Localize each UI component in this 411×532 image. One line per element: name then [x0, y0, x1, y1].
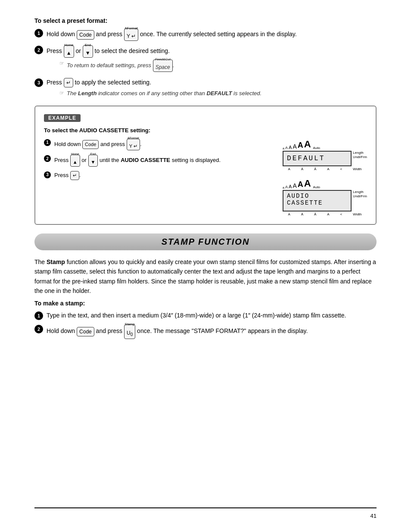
- stamp-code-key[interactable]: Code: [77, 327, 94, 336]
- fs1: a: [283, 147, 284, 150]
- preset-step-3: 3 Press ↵ to apply the selected setting.…: [34, 78, 377, 100]
- example-title: To select the AUDIO CASSETTE setting:: [44, 127, 367, 134]
- stamp-step-1-num: 1: [34, 311, 43, 320]
- note-1-text: To return to default settings, press Fee…: [67, 59, 174, 72]
- display-2-line1: AUDIO: [287, 193, 309, 199]
- aformat-super: AFormat: [125, 26, 138, 31]
- ex-code-key[interactable]: Code: [82, 140, 99, 149]
- ex-down-key[interactable]: End ▼: [88, 155, 98, 167]
- fs2-4: A: [293, 182, 296, 189]
- display-1-bottom-labels: A Ā Â A < Width: [283, 167, 367, 171]
- aformat-key-wrap: AFormat Y ↵: [124, 28, 138, 41]
- example-box: EXAMPLE To select the AUDIO CASSETTE set…: [34, 106, 377, 225]
- aformat-key[interactable]: AFormat Y ↵: [124, 28, 138, 41]
- ex-step-2-num: 2: [44, 155, 51, 162]
- note-icon: ☞: [59, 59, 64, 67]
- page-number: 41: [371, 513, 377, 519]
- auto-label-1: Auto: [313, 146, 320, 150]
- example-steps: 1 Hold down Code and press AFormat Y ↵ .…: [44, 139, 270, 216]
- fs2-1: a: [283, 186, 284, 189]
- display-screen-1: DEFAULT: [283, 151, 352, 166]
- note-2-icon: ☞: [59, 89, 64, 97]
- display-2-line2: CASSETTE: [287, 199, 323, 206]
- example-step-2: 2 Press Home ▲ or End ▼ until the AUDIO …: [44, 155, 270, 167]
- enter-key[interactable]: ↵: [64, 78, 73, 87]
- end-super: End: [85, 43, 91, 48]
- font-sizes-row-1: a A A A A A Auto: [283, 139, 367, 150]
- note-2-text: The Length indicator comes on if any set…: [67, 89, 262, 98]
- preset-step-1: 1 Hold down Code and press AFormat Y ↵ o…: [34, 28, 377, 41]
- fs3: A: [289, 145, 292, 150]
- home-super: Home: [64, 43, 73, 48]
- bottom2-a4: A: [327, 212, 329, 216]
- stamp-step-1-content: Type in the text, and then insert a medi…: [47, 311, 377, 320]
- stamp-function-header: STAMP FUNCTION: [34, 233, 377, 250]
- step-3-content: Press ↵ to apply the selected setting. ☞…: [47, 78, 377, 100]
- stamp-u-key[interactable]: Stamp U0: [124, 324, 135, 339]
- fs2-2: A: [285, 185, 288, 189]
- display-2: AUDIO CASSETTE Length Undl/Frm: [283, 190, 367, 212]
- undl-frm-label-2: Undl/Frm: [353, 194, 367, 199]
- space-key-wrap: Feed&Cut Space: [153, 59, 173, 72]
- length-label-1: Length: [353, 151, 367, 155]
- preset-step-2: 2 Press Home ▲ or End ▼ to select the de…: [34, 45, 377, 74]
- ex-aformat-key[interactable]: AFormat Y ↵: [127, 139, 140, 151]
- down-key[interactable]: End ▼: [83, 45, 93, 58]
- ex-step-1-num: 1: [44, 139, 51, 146]
- feedcut-super: Feed&Cut: [155, 57, 171, 62]
- display-2-bottom-labels: A Ā Â A < Width: [283, 212, 367, 216]
- note-1: ☞ To return to default settings, press F…: [59, 59, 377, 72]
- bottom-a2: Ā: [301, 167, 303, 171]
- bottom-a4: A: [327, 167, 329, 171]
- example-step-1: 1 Hold down Code and press AFormat Y ↵ .: [44, 139, 270, 151]
- width-label-1: Width: [353, 167, 361, 171]
- ex-step-2-content: Press Home ▲ or End ▼ until the AUDIO CA…: [54, 155, 270, 167]
- preset-format-section: To select a preset format: 1 Hold down C…: [34, 17, 377, 100]
- bottom2-a1: A: [288, 212, 290, 216]
- stamp-function-body: The Stamp function allows you to quickly…: [34, 257, 377, 339]
- up-key[interactable]: Home ▲: [64, 45, 74, 58]
- stamp-step-2: 2 Hold down Code and press Stamp U0 once…: [34, 324, 377, 339]
- example-content: 1 Hold down Code and press AFormat Y ↵ .…: [44, 139, 367, 216]
- example-displays: a A A A A A Auto DEFAULT Length Undl/Frm: [283, 139, 367, 216]
- step-3-number: 3: [34, 78, 43, 87]
- bottom-arrow1: <: [340, 167, 342, 171]
- undl-frm-label-1: Undl/Frm: [353, 155, 367, 159]
- stamp-step-2-content: Hold down Code and press Stamp U0 once. …: [47, 324, 377, 339]
- example-step-3: 3 Press ↵.: [44, 171, 270, 180]
- display-2-wrap: a A A A A A Auto AUDIO CASSETTE Length U…: [283, 178, 367, 216]
- ex-home-super: Home: [71, 152, 79, 157]
- bottom2-a2: Ā: [301, 212, 303, 216]
- bottom2-arrow: <: [340, 212, 342, 216]
- step-2-content: Press Home ▲ or End ▼ to select the desi…: [47, 45, 377, 74]
- fs5: A: [298, 141, 303, 150]
- stamp-function-title: STAMP FUNCTION: [34, 237, 377, 247]
- code-key[interactable]: Code: [77, 30, 94, 40]
- ex-aformat-super: AFormat: [128, 136, 139, 141]
- display-1-right-labels: Length Undl/Frm: [353, 151, 367, 160]
- display-1-wrap: a A A A A A Auto DEFAULT Length Undl/Frm: [283, 139, 367, 171]
- footer-line: [34, 507, 377, 508]
- ex-step-3-content: Press ↵.: [54, 171, 270, 180]
- display-screen-2: AUDIO CASSETTE: [283, 190, 352, 212]
- stamp-sub: 0: [131, 333, 133, 337]
- length-label-2: Length: [353, 190, 367, 194]
- preset-format-title: To select a preset format:: [34, 17, 377, 24]
- example-label: EXAMPLE: [44, 114, 81, 122]
- space-key[interactable]: Feed&Cut Space: [153, 59, 173, 72]
- down-key-wrap: End ▼: [83, 45, 93, 58]
- stamp-step-1: 1 Type in the text, and then insert a me…: [34, 311, 377, 320]
- ex-up-key[interactable]: Home ▲: [70, 155, 80, 167]
- up-key-wrap: Home ▲: [64, 45, 74, 58]
- auto-label-2: Auto: [313, 185, 320, 189]
- bottom2-a3: Â: [314, 212, 316, 216]
- fs2: A: [285, 146, 288, 150]
- ex-enter-key[interactable]: ↵: [70, 171, 79, 180]
- ex-step-3-num: 3: [44, 171, 51, 178]
- stamp-step-2-num: 2: [34, 325, 43, 333]
- display-1: DEFAULT Length Undl/Frm: [283, 151, 367, 166]
- fs2-5: A: [298, 180, 303, 189]
- width-label-2: Width: [353, 212, 361, 216]
- stamp-intro-text: The Stamp function allows you to quickly…: [34, 257, 377, 296]
- note-2: ☞ The Length indicator comes on if any s…: [59, 89, 377, 98]
